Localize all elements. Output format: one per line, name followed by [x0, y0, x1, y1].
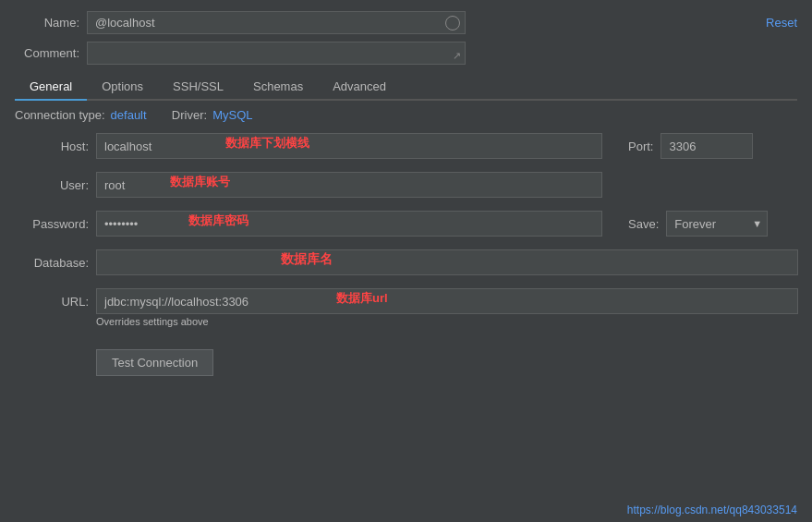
url-row: URL: 数据库url — [15, 288, 797, 314]
tab-options[interactable]: Options — [87, 74, 158, 101]
conn-type-value: default — [111, 108, 147, 122]
url-label: URL: — [15, 295, 89, 309]
save-section: Save: Forever For Session Never Ask ▼ — [628, 211, 768, 237]
comment-row: Comment: ↗ — [15, 42, 797, 65]
database-input-container: 数据库名 — [96, 249, 798, 275]
tabs-bar: General Options SSH/SSL Schemas Advanced — [15, 74, 797, 101]
port-section: Port: — [628, 133, 753, 159]
overrides-text: Overrides settings above — [96, 316, 797, 327]
user-input[interactable] — [96, 172, 602, 198]
comment-input-wrapper: ↗ — [87, 42, 466, 65]
tab-advanced[interactable]: Advanced — [318, 74, 401, 101]
test-btn-wrapper: Test Connection — [15, 340, 797, 376]
user-label: User: — [15, 178, 89, 192]
conn-type-label: Connection type: — [15, 108, 105, 122]
circle-icon — [445, 16, 460, 30]
comment-input[interactable] — [87, 42, 466, 65]
url-input[interactable] — [96, 288, 798, 314]
save-label: Save: — [628, 217, 659, 231]
name-input[interactable] — [87, 11, 466, 34]
user-input-container: 数据库账号 — [96, 172, 602, 198]
save-select-wrapper: Forever For Session Never Ask ▼ — [666, 211, 768, 237]
name-row: Name: Reset — [15, 11, 797, 34]
url-section: URL: 数据库url Overrides settings above — [15, 288, 797, 327]
reset-link[interactable]: Reset — [766, 16, 797, 30]
port-input[interactable] — [661, 133, 753, 159]
conn-separator — [156, 108, 163, 122]
tab-schemas[interactable]: Schemas — [238, 74, 318, 101]
host-input[interactable] — [96, 133, 602, 159]
conn-driver-label: Driver: — [172, 108, 207, 122]
form-area: Host: 数据库下划横线 Port: User: 数据库账号 Password… — [15, 133, 797, 376]
tab-ssh-ssl[interactable]: SSH/SSL — [158, 74, 238, 101]
name-input-wrapper — [87, 11, 466, 34]
footer: https://blog.csdn.net/qq843033514 — [15, 496, 797, 522]
name-label: Name: — [15, 16, 79, 30]
comment-label: Comment: — [15, 46, 79, 60]
connection-info: Connection type: default Driver: MySQL — [15, 101, 797, 127]
database-row: Database: 数据库名 — [15, 249, 797, 275]
expand-icon[interactable]: ↗ — [453, 51, 461, 61]
host-input-container: 数据库下划横线 — [96, 133, 602, 159]
database-label: Database: — [15, 256, 89, 270]
top-fields: Name: Reset Comment: ↗ — [15, 11, 797, 65]
main-container: Name: Reset Comment: ↗ General Options S… — [0, 0, 812, 522]
save-select[interactable]: Forever For Session Never Ask — [666, 211, 768, 237]
host-row: Host: 数据库下划横线 Port: — [15, 133, 797, 159]
host-label: Host: — [15, 140, 89, 153]
password-input[interactable] — [96, 211, 602, 237]
password-row: Password: 数据库密码 Save: Forever For Sessio… — [15, 211, 797, 237]
url-input-container: 数据库url — [96, 288, 798, 314]
footer-url: https://blog.csdn.net/qq843033514 — [627, 504, 797, 516]
user-row: User: 数据库账号 — [15, 172, 797, 198]
tab-general[interactable]: General — [15, 74, 87, 101]
password-label: Password: — [15, 217, 89, 231]
database-input[interactable] — [96, 249, 798, 275]
test-connection-button[interactable]: Test Connection — [96, 349, 213, 376]
port-label: Port: — [628, 140, 653, 153]
conn-driver-value: MySQL — [212, 108, 252, 122]
password-input-container: 数据库密码 — [96, 211, 602, 237]
